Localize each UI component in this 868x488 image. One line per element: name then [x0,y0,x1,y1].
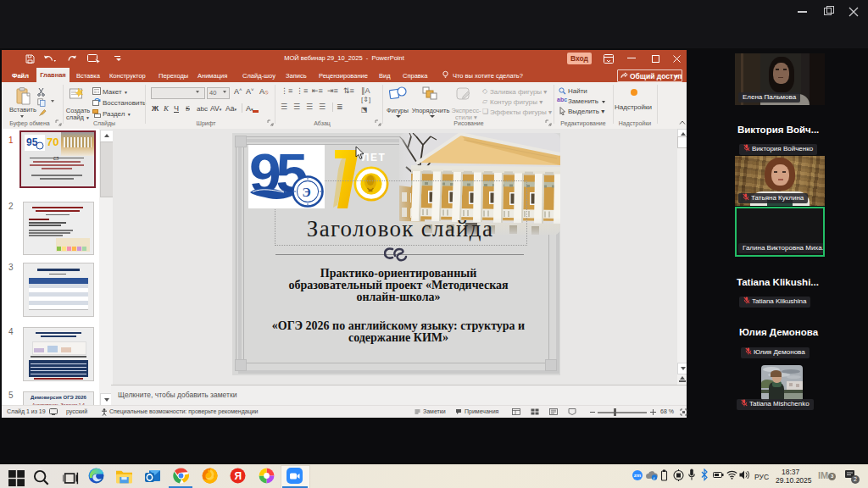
svg-text:70: 70 [47,136,58,148]
svg-text:Э: Э [303,186,311,199]
svg-text:ЛЕТ: ЛЕТ [362,152,386,164]
svg-text:Я: Я [235,470,242,482]
